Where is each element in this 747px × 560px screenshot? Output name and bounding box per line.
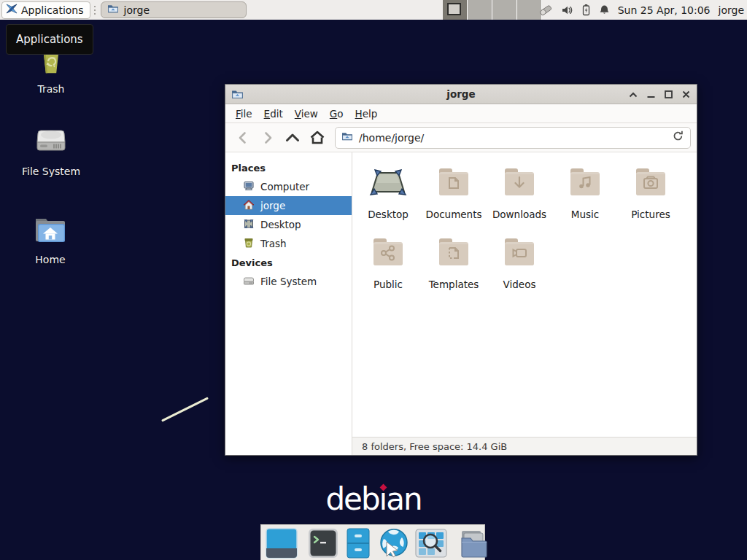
applications-tooltip: Applications (6, 24, 93, 55)
volume-icon[interactable] (561, 4, 573, 16)
workspace-1[interactable] (443, 0, 468, 20)
folder-pictures-icon (633, 166, 668, 203)
workspace-2[interactable] (468, 0, 492, 20)
display-settings-icon[interactable] (538, 4, 553, 17)
home-folder-icon (33, 213, 68, 249)
home-button[interactable] (306, 127, 329, 149)
desktop-icon-filesystem[interactable]: File System (11, 124, 91, 177)
debian-logo-text: an (386, 481, 421, 516)
folder-templates-icon (436, 236, 471, 273)
path-text[interactable]: /home/jorge/ (359, 132, 666, 144)
desktop-icon-label: Trash (38, 83, 65, 95)
close-button[interactable] (681, 90, 691, 100)
desktop-icon-label: File System (22, 166, 80, 177)
desktop-icon-home[interactable]: Home (10, 213, 90, 265)
computer-icon (243, 180, 255, 194)
minimize-button[interactable] (646, 90, 656, 100)
show-desktop-icon[interactable] (266, 527, 298, 559)
file-item-pictures[interactable]: Pictures (618, 166, 684, 236)
web-browser-icon[interactable] (378, 527, 410, 559)
desktop-icon (243, 218, 255, 232)
taskbar-window-button[interactable]: jorge (101, 1, 247, 18)
sidebar-devices-header: Devices (225, 253, 352, 272)
reload-button[interactable] (672, 130, 684, 145)
back-button[interactable] (231, 127, 255, 149)
terminal-icon[interactable] (308, 527, 338, 559)
file-item-label: Public (374, 279, 403, 290)
sidebar-item-trash[interactable]: Trash (225, 234, 352, 253)
sidebar-places-header: Places (225, 158, 352, 177)
applications-menu-label: Applications (21, 4, 84, 16)
sidebar-item-home[interactable]: jorge (225, 196, 352, 215)
file-item-desktop[interactable]: Desktop (355, 166, 421, 236)
drive-icon (34, 124, 69, 160)
trash-small-icon (243, 237, 255, 251)
places-sidebar: Places Computer jorge Desktop (225, 152, 352, 455)
dock-panel (260, 524, 485, 560)
notifications-icon[interactable] (599, 4, 610, 16)
file-item-videos[interactable]: Videos (487, 236, 552, 306)
forward-button[interactable] (256, 127, 279, 149)
sidebar-item-label: File System (260, 276, 317, 287)
system-tray: Sun 25 Apr, 10:06 jorge (538, 0, 744, 20)
desktop-icon-label: Home (35, 254, 65, 265)
folder-videos-icon (502, 236, 537, 273)
folder-downloads-icon (502, 166, 537, 203)
menu-go[interactable]: Go (324, 105, 349, 122)
folder-public-icon (371, 236, 406, 273)
folder-icon[interactable] (457, 527, 489, 559)
drive-small-icon (243, 275, 255, 289)
window-titlebar[interactable]: jorge (225, 85, 697, 104)
shade-button[interactable] (628, 90, 638, 100)
up-button[interactable] (281, 127, 304, 149)
sidebar-item-label: jorge (260, 200, 285, 211)
stray-line-artifact (161, 397, 209, 421)
workspace-window-thumbnail (447, 3, 461, 15)
file-item-label: Desktop (368, 209, 409, 220)
statusbar-text: 8 folders, Free space: 14.4 GiB (362, 441, 507, 452)
debian-logo-text: deb (325, 481, 379, 516)
sidebar-item-desktop[interactable]: Desktop (225, 215, 352, 234)
path-entry[interactable]: /home/jorge/ (335, 127, 691, 149)
file-item-label: Music (571, 209, 599, 220)
file-item-label: Videos (503, 279, 536, 290)
file-item-documents[interactable]: Documents (421, 166, 487, 236)
sidebar-item-computer[interactable]: Computer (225, 177, 352, 196)
panel-separator-handle (92, 4, 98, 17)
desktop-surface-icon (368, 166, 409, 203)
applications-menu-button[interactable]: Applications (1, 1, 90, 19)
battery-icon[interactable] (581, 4, 591, 16)
menubar: File Edit View Go Help (225, 104, 697, 123)
app-finder-icon[interactable] (415, 527, 447, 559)
file-view: Desktop Documents (352, 152, 697, 437)
taskbar-window-label: jorge (124, 4, 150, 16)
sidebar-item-label: Computer (260, 181, 309, 192)
file-item-downloads[interactable]: Downloads (487, 166, 552, 236)
menu-edit[interactable]: Edit (258, 105, 289, 122)
panel-username: jorge (719, 4, 744, 16)
file-item-templates[interactable]: Templates (421, 236, 487, 306)
taskbar-folder-icon (107, 3, 119, 17)
file-item-music[interactable]: Music (552, 166, 618, 236)
file-manager-window: jorge File Edit View Go Help (225, 84, 697, 456)
workspace-switcher (443, 0, 542, 20)
file-item-public[interactable]: Public (355, 236, 421, 306)
top-panel: Applications jorge Sun 25 Apr, 10:06 jor… (0, 0, 747, 20)
window-folder-icon (231, 88, 244, 104)
file-item-label: Pictures (631, 209, 670, 220)
sidebar-item-label: Trash (260, 238, 287, 249)
panel-clock[interactable]: Sun 25 Apr, 10:06 (618, 4, 711, 16)
path-folder-icon (341, 131, 353, 145)
workspace-3[interactable] (492, 0, 517, 20)
menu-help[interactable]: Help (349, 105, 384, 122)
sidebar-item-label: Desktop (260, 219, 301, 230)
menu-file[interactable]: File (230, 105, 258, 122)
window-title: jorge (225, 88, 697, 100)
home-icon (243, 199, 255, 213)
maximize-button[interactable] (663, 90, 673, 100)
menu-view[interactable]: View (289, 105, 324, 122)
sidebar-item-filesystem[interactable]: File System (225, 272, 352, 291)
file-manager-icon[interactable] (344, 527, 373, 559)
applications-menu-icon (6, 3, 18, 17)
statusbar: 8 folders, Free space: 14.4 GiB (352, 437, 697, 455)
